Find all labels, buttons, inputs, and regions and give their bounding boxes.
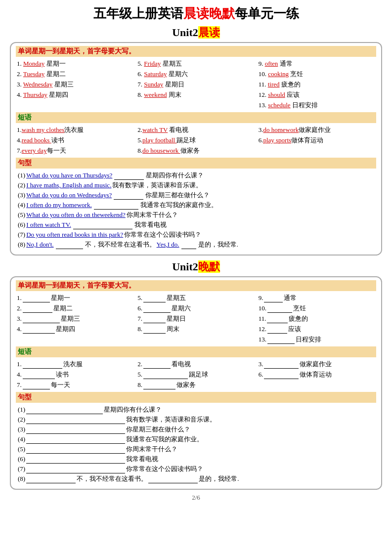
wm-blank (143, 325, 166, 334)
num: 1. (17, 60, 22, 67)
meaning: 踢足球 (176, 136, 196, 144)
wan-phrase-grid: 1. 洗衣服 2. 看电视 3. 做家庭作业 4. 读书 5. 踢足球 6. 做… (16, 359, 376, 390)
meaning: 星期三 (52, 81, 73, 88)
num: 8. (137, 147, 142, 154)
wan-sentences: (1) 星期四你有什么课？ (2) 我有数学课，英语课和音乐课。 (3) 你星期… (16, 405, 376, 484)
wm-blank (26, 445, 125, 454)
unit2-chen-title: Unit2晨读 (10, 25, 382, 40)
unit2-wan-title: Unit2晚默 (10, 259, 382, 274)
blank (94, 201, 138, 210)
vocab-item: 13. schedule 日程安排 (258, 100, 376, 110)
wm-blank (23, 360, 62, 369)
wm-blank (267, 325, 287, 334)
wm-blank (143, 315, 166, 323)
word: do housework (142, 147, 180, 154)
wm-phrase-item: 5. 踢足球 (136, 370, 255, 380)
wm-vocab-item: 11. 疲惫的 (258, 314, 376, 324)
num: (1) (18, 171, 25, 179)
vocab-item: 5. Friday 星期五 (136, 59, 255, 69)
blank (56, 241, 83, 249)
chen-phrases-header: 短语 (16, 112, 376, 123)
wm-vocab-item (136, 335, 255, 344)
num: 13. (259, 101, 266, 109)
vocab-item: 8. weekend 周末 (136, 90, 255, 100)
wm-vocab-item: 13. 日程安排 (258, 335, 376, 344)
meaning: 洗衣服 (64, 126, 84, 133)
num: (6) (18, 221, 25, 229)
meaning: 做家务 (180, 147, 200, 154)
sentence-item: (7) Do you often read books in this park… (16, 230, 376, 240)
wm-vocab-item: 6. 星期六 (136, 303, 255, 313)
vocab-item: 10. cooking 烹饪 (258, 69, 376, 79)
wm-blank (26, 406, 103, 414)
word: watch TV (142, 126, 168, 133)
word: Friday (144, 60, 161, 67)
wm-phrase-item: 6. 做体育运动 (258, 370, 376, 380)
phrase-item: 4.read books 读书 (16, 135, 134, 145)
sentence-item: (3) What do you do on Wednesdays? 你星期三都在… (16, 190, 376, 200)
word: Saturday (144, 70, 167, 78)
wm-phrase-item: 8. 做家务 (136, 380, 255, 390)
vocab-item: 1. Monday 星期一 (16, 59, 134, 69)
blank (181, 241, 196, 249)
wm-sentence-item: (8) 不，我不经常在这看书。 是的，我经常. (16, 474, 376, 484)
page-number: 2/6 (10, 494, 382, 502)
num: (3) (18, 191, 25, 199)
word: should (268, 91, 285, 98)
num: 9. (259, 60, 263, 67)
meaning: 星期四 (47, 91, 68, 98)
wm-blank (264, 371, 299, 379)
wm-blank (23, 315, 60, 323)
wm-phrase-item: 4. 读书 (16, 370, 134, 380)
wm-blank (267, 304, 292, 313)
num: 7. (17, 147, 22, 154)
num: 5. (137, 60, 142, 67)
meaning: 应该 (285, 91, 300, 98)
wm-blank2 (148, 475, 198, 483)
sentence-en: I often do my homework. (26, 201, 92, 209)
num: 7. (137, 81, 142, 88)
wm-vocab-item: 10. 烹饪 (258, 303, 376, 313)
wm-blank (267, 315, 288, 323)
wm-vocab-item: 1. 星期一 (16, 293, 134, 303)
wm-sentence-item: (7) 你常常在这个公园读书吗？ (16, 464, 376, 474)
phrase-item: 2.watch TV 看电视 (136, 125, 255, 135)
title-suffix: 每单元一练 (235, 6, 299, 21)
sentence-en: I have maths, English and music. (26, 181, 111, 189)
meaning: 读书 (51, 136, 64, 144)
wm-vocab-item: 2. 星期二 (16, 303, 134, 313)
sentence-item: (5) What do you often do on theweekend? … (16, 210, 376, 220)
sentence-item: (6) I often watch TV. 我常看电视 (16, 220, 376, 230)
wm-vocab-item: 8. 周末 (136, 324, 255, 334)
phrase-item: 7.every day每一天 (16, 146, 134, 156)
wm-blank (26, 416, 125, 424)
vocab-item (136, 100, 255, 110)
phrase-item: 5.play football 踢足球 (136, 135, 255, 145)
num: 10. (259, 70, 266, 78)
wm-sentence-item: (1) 星期四你有什么课？ (16, 405, 376, 415)
wm-vocab-item (16, 335, 134, 344)
vocab-item (16, 100, 134, 110)
blank (114, 171, 144, 180)
meaning: 日程安排 (291, 101, 318, 109)
meaning: 做体育运动 (291, 136, 323, 144)
sentence-cn: 我有数学课，英语课和音乐课。 (112, 181, 202, 190)
unit2-wan-red: 晚默 (198, 260, 220, 273)
chen-sentences-header: 句型 (16, 158, 376, 169)
title-red: 晨读晚默 (183, 6, 235, 21)
word: cooking (268, 70, 289, 78)
sentence-en2: Yes,I do. (157, 241, 179, 249)
num: (4) (18, 201, 25, 209)
wm-blank (143, 371, 188, 379)
meaning: 周末 (167, 91, 181, 98)
word: tired (268, 81, 280, 88)
num: 8. (137, 91, 142, 98)
wm-vocab-item: 9. 通常 (258, 293, 376, 303)
vocab-item: 11. tired 疲惫的 (258, 80, 376, 89)
wm-phrase-item: 7. 每一天 (16, 380, 134, 390)
meaning: 疲惫的 (280, 81, 301, 88)
wm-phrase-item: 3. 做家庭作业 (258, 359, 376, 369)
sentence-en: Do you often read books in this park? (26, 231, 123, 239)
vocab-item: 2. Tuesday 星期二 (16, 69, 134, 79)
vocab-item: 9. often 通常 (258, 59, 376, 69)
